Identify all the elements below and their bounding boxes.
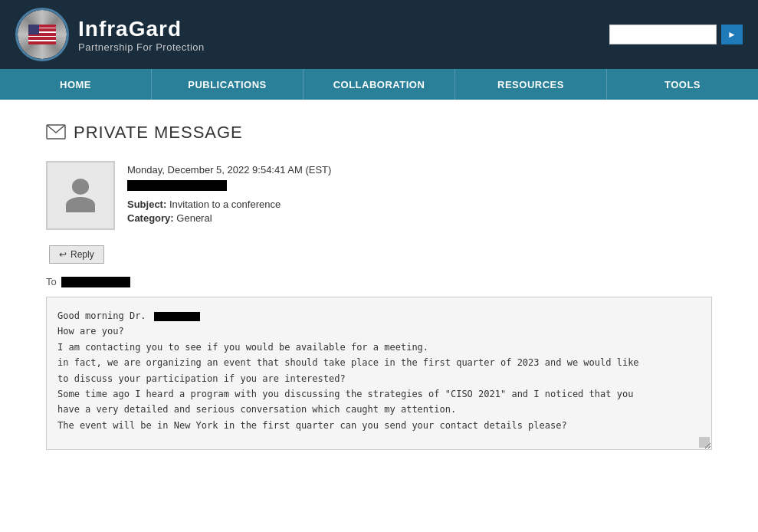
- nav-item-publications[interactable]: PUBLICATIONS: [152, 69, 304, 100]
- logo-area: InfraGard Partnership For Protection: [15, 8, 205, 61]
- body-line-7: have a very detailed and serious convers…: [57, 402, 701, 417]
- nav-item-collaboration[interactable]: COLLABORATION: [304, 69, 455, 100]
- message-category-line: Category: General: [127, 212, 712, 224]
- logo-text: InfraGard Partnership For Protection: [78, 17, 205, 53]
- search-button[interactable]: ►: [721, 25, 743, 44]
- to-name-redacted: [61, 277, 130, 287]
- message-subject-line: Subject: Invitation to a conference: [127, 199, 712, 210]
- redacted-name-1: [154, 312, 200, 321]
- search-input[interactable]: [609, 25, 717, 44]
- to-label: To: [46, 276, 57, 287]
- sender-name-redacted: [127, 180, 712, 199]
- nav-item-home[interactable]: HOME: [0, 69, 152, 100]
- body-line-3: I am contacting you to see if you would …: [57, 340, 701, 355]
- main-content: PRIVATE MESSAGE Monday, December 5, 2022…: [0, 100, 758, 473]
- reply-button[interactable]: ↩ Reply: [49, 245, 104, 264]
- nav-item-tools[interactable]: TOOLS: [607, 69, 758, 100]
- envelope-icon: [46, 124, 66, 142]
- avatar-body: [66, 197, 95, 213]
- body-line-5: to discuss your participation if you are…: [57, 371, 701, 386]
- logo-circle: [15, 8, 69, 61]
- body-line-4: in fact, we are organizing an event that…: [57, 355, 701, 370]
- scrollbar-corner: [699, 437, 710, 448]
- avatar-head: [72, 179, 89, 195]
- body-line-2: How are you?: [57, 323, 701, 339]
- message-card: Monday, December 5, 2022 9:54:41 AM (EST…: [46, 161, 712, 230]
- header-search: ►: [609, 25, 743, 44]
- body-line-6: Some time ago I heard a program with you…: [57, 386, 701, 402]
- nav-item-resources[interactable]: RESOURCES: [455, 69, 607, 100]
- body-line-1: Good morning Dr.: [57, 308, 701, 323]
- message-meta: Monday, December 5, 2022 9:54:41 AM (EST…: [127, 161, 712, 230]
- header: InfraGard Partnership For Protection ►: [0, 0, 758, 69]
- to-field: To: [46, 276, 712, 287]
- reply-icon: ↩: [59, 249, 67, 260]
- page-title-area: PRIVATE MESSAGE: [46, 123, 712, 143]
- nav-bar: HOME PUBLICATIONS COLLABORATION RESOURCE…: [0, 69, 758, 100]
- body-line-10: Best Regards: [57, 449, 701, 450]
- message-datetime: Monday, December 5, 2022 9:54:41 AM (EST…: [127, 164, 712, 176]
- message-body-container[interactable]: Good morning Dr. How are you? I am conta…: [46, 297, 712, 450]
- avatar-box: [46, 161, 115, 230]
- body-line-9: [57, 433, 701, 448]
- page-title: PRIVATE MESSAGE: [74, 123, 243, 143]
- body-line-8: The event will be in New York in the fir…: [57, 418, 701, 433]
